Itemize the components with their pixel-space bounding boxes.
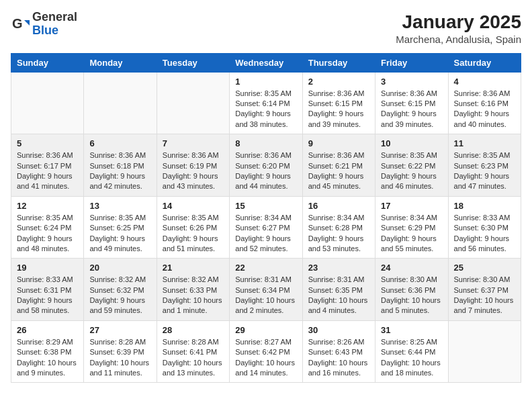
day-info: Sunrise: 8:30 AM Sunset: 6:37 PM Dayligh…	[454, 275, 515, 316]
day-info: Sunrise: 8:28 AM Sunset: 6:39 PM Dayligh…	[89, 337, 150, 379]
day-number: 6	[89, 138, 150, 148]
day-info: Sunrise: 8:31 AM Sunset: 6:35 PM Dayligh…	[308, 275, 369, 316]
logo: G General Blue	[11, 11, 77, 38]
day-info: Sunrise: 8:32 AM Sunset: 6:33 PM Dayligh…	[163, 275, 224, 316]
calendar-cell: 28Sunrise: 8:28 AM Sunset: 6:41 PM Dayli…	[157, 320, 229, 383]
svg-marker-1	[24, 20, 30, 26]
day-number: 24	[381, 263, 442, 273]
weekday-header: Friday	[375, 53, 448, 72]
weekday-header: Thursday	[302, 53, 375, 72]
day-info: Sunrise: 8:32 AM Sunset: 6:32 PM Dayligh…	[89, 275, 150, 316]
day-info: Sunrise: 8:36 AM Sunset: 6:21 PM Dayligh…	[308, 150, 369, 192]
day-number: 4	[454, 77, 515, 87]
day-number: 8	[235, 138, 296, 148]
calendar-cell: 17Sunrise: 8:34 AM Sunset: 6:29 PM Dayli…	[375, 196, 448, 259]
calendar-cell: 1Sunrise: 8:35 AM Sunset: 6:14 PM Daylig…	[230, 72, 302, 134]
calendar-cell: 2Sunrise: 8:36 AM Sunset: 6:15 PM Daylig…	[302, 72, 375, 134]
calendar-header-row: SundayMondayTuesdayWednesdayThursdayFrid…	[11, 53, 521, 72]
day-info: Sunrise: 8:34 AM Sunset: 6:27 PM Dayligh…	[235, 213, 296, 255]
day-number: 23	[308, 263, 369, 273]
day-info: Sunrise: 8:36 AM Sunset: 6:18 PM Dayligh…	[89, 150, 150, 192]
calendar-cell: 23Sunrise: 8:31 AM Sunset: 6:35 PM Dayli…	[302, 259, 375, 321]
calendar-cell	[84, 72, 157, 134]
day-info: Sunrise: 8:35 AM Sunset: 6:14 PM Dayligh…	[235, 89, 296, 130]
day-number: 11	[454, 138, 515, 148]
calendar-cell: 24Sunrise: 8:30 AM Sunset: 6:36 PM Dayli…	[375, 259, 448, 321]
day-info: Sunrise: 8:33 AM Sunset: 6:31 PM Dayligh…	[17, 275, 78, 316]
weekday-header: Saturday	[448, 53, 521, 72]
calendar-week-row: 26Sunrise: 8:29 AM Sunset: 6:38 PM Dayli…	[11, 320, 521, 383]
day-number: 9	[308, 138, 369, 148]
calendar-cell: 26Sunrise: 8:29 AM Sunset: 6:38 PM Dayli…	[11, 320, 84, 383]
day-info: Sunrise: 8:29 AM Sunset: 6:38 PM Dayligh…	[17, 337, 78, 379]
calendar-cell: 25Sunrise: 8:30 AM Sunset: 6:37 PM Dayli…	[448, 259, 521, 321]
day-info: Sunrise: 8:36 AM Sunset: 6:17 PM Dayligh…	[17, 150, 78, 192]
day-info: Sunrise: 8:31 AM Sunset: 6:34 PM Dayligh…	[235, 275, 296, 316]
day-info: Sunrise: 8:34 AM Sunset: 6:29 PM Dayligh…	[381, 213, 442, 255]
day-info: Sunrise: 8:33 AM Sunset: 6:30 PM Dayligh…	[454, 213, 515, 255]
calendar-week-row: 12Sunrise: 8:35 AM Sunset: 6:24 PM Dayli…	[11, 196, 521, 259]
page-subtitle: Marchena, Andalusia, Spain	[396, 34, 521, 45]
day-info: Sunrise: 8:36 AM Sunset: 6:15 PM Dayligh…	[381, 89, 442, 130]
day-number: 19	[17, 263, 78, 273]
weekday-header: Sunday	[11, 53, 84, 72]
calendar-cell	[448, 320, 521, 383]
calendar-cell: 3Sunrise: 8:36 AM Sunset: 6:15 PM Daylig…	[375, 72, 448, 134]
calendar: SundayMondayTuesdayWednesdayThursdayFrid…	[11, 53, 521, 383]
calendar-cell: 27Sunrise: 8:28 AM Sunset: 6:39 PM Dayli…	[84, 320, 157, 383]
calendar-cell: 7Sunrise: 8:36 AM Sunset: 6:19 PM Daylig…	[157, 134, 229, 197]
day-number: 20	[89, 263, 150, 273]
day-number: 2	[308, 77, 369, 87]
page-header: G General Blue January 2025 Marchena, An…	[11, 11, 521, 45]
day-number: 22	[235, 263, 296, 273]
day-number: 28	[163, 325, 224, 335]
calendar-week-row: 5Sunrise: 8:36 AM Sunset: 6:17 PM Daylig…	[11, 134, 521, 197]
day-info: Sunrise: 8:36 AM Sunset: 6:19 PM Dayligh…	[163, 150, 224, 192]
day-number: 25	[454, 263, 515, 273]
calendar-cell: 20Sunrise: 8:32 AM Sunset: 6:32 PM Dayli…	[84, 259, 157, 321]
day-info: Sunrise: 8:35 AM Sunset: 6:26 PM Dayligh…	[163, 213, 224, 255]
calendar-cell: 21Sunrise: 8:32 AM Sunset: 6:33 PM Dayli…	[157, 259, 229, 321]
day-info: Sunrise: 8:30 AM Sunset: 6:36 PM Dayligh…	[381, 275, 442, 316]
calendar-cell: 14Sunrise: 8:35 AM Sunset: 6:26 PM Dayli…	[157, 196, 229, 259]
day-info: Sunrise: 8:36 AM Sunset: 6:20 PM Dayligh…	[235, 150, 296, 192]
calendar-cell: 11Sunrise: 8:35 AM Sunset: 6:23 PM Dayli…	[448, 134, 521, 197]
calendar-cell: 10Sunrise: 8:35 AM Sunset: 6:22 PM Dayli…	[375, 134, 448, 197]
weekday-header: Tuesday	[157, 53, 229, 72]
day-number: 14	[163, 201, 224, 211]
day-number: 7	[163, 138, 224, 148]
calendar-cell	[11, 72, 84, 134]
calendar-cell: 15Sunrise: 8:34 AM Sunset: 6:27 PM Dayli…	[230, 196, 302, 259]
logo-text: General Blue	[32, 11, 77, 38]
calendar-cell: 18Sunrise: 8:33 AM Sunset: 6:30 PM Dayli…	[448, 196, 521, 259]
calendar-cell: 22Sunrise: 8:31 AM Sunset: 6:34 PM Dayli…	[230, 259, 302, 321]
day-number: 16	[308, 201, 369, 211]
day-number: 17	[381, 201, 442, 211]
day-info: Sunrise: 8:35 AM Sunset: 6:24 PM Dayligh…	[17, 213, 78, 255]
page-title: January 2025	[396, 11, 521, 34]
calendar-cell: 5Sunrise: 8:36 AM Sunset: 6:17 PM Daylig…	[11, 134, 84, 197]
day-number: 12	[17, 201, 78, 211]
calendar-cell: 31Sunrise: 8:25 AM Sunset: 6:44 PM Dayli…	[375, 320, 448, 383]
calendar-cell: 12Sunrise: 8:35 AM Sunset: 6:24 PM Dayli…	[11, 196, 84, 259]
day-number: 3	[381, 77, 442, 87]
day-number: 13	[89, 201, 150, 211]
calendar-cell: 8Sunrise: 8:36 AM Sunset: 6:20 PM Daylig…	[230, 134, 302, 197]
day-number: 31	[381, 325, 442, 335]
day-info: Sunrise: 8:27 AM Sunset: 6:42 PM Dayligh…	[235, 337, 296, 379]
day-number: 27	[89, 325, 150, 335]
day-info: Sunrise: 8:35 AM Sunset: 6:23 PM Dayligh…	[454, 150, 515, 192]
calendar-cell: 4Sunrise: 8:36 AM Sunset: 6:16 PM Daylig…	[448, 72, 521, 134]
day-number: 21	[163, 263, 224, 273]
day-info: Sunrise: 8:35 AM Sunset: 6:22 PM Dayligh…	[381, 150, 442, 192]
day-info: Sunrise: 8:25 AM Sunset: 6:44 PM Dayligh…	[381, 337, 442, 379]
calendar-week-row: 1Sunrise: 8:35 AM Sunset: 6:14 PM Daylig…	[11, 72, 521, 134]
calendar-cell: 30Sunrise: 8:26 AM Sunset: 6:43 PM Dayli…	[302, 320, 375, 383]
day-number: 26	[17, 325, 78, 335]
calendar-cell: 9Sunrise: 8:36 AM Sunset: 6:21 PM Daylig…	[302, 134, 375, 197]
weekday-header: Monday	[84, 53, 157, 72]
day-info: Sunrise: 8:28 AM Sunset: 6:41 PM Dayligh…	[163, 337, 224, 379]
title-area: January 2025 Marchena, Andalusia, Spain	[396, 11, 521, 45]
day-number: 18	[454, 201, 515, 211]
calendar-cell: 16Sunrise: 8:34 AM Sunset: 6:28 PM Dayli…	[302, 196, 375, 259]
